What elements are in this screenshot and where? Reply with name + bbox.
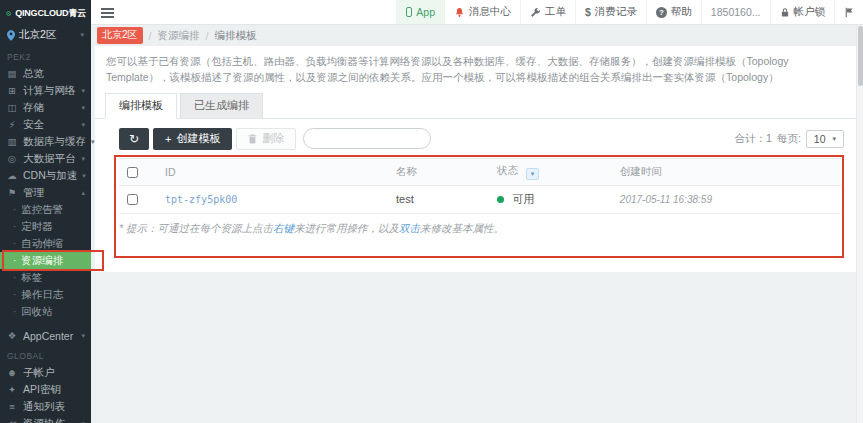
sidebar-item-monitoring-alerts[interactable]: 监控告警 [0, 201, 91, 218]
row-id-cell: tpt-zfy5pk00 [157, 185, 388, 213]
tab-orchestration-templates[interactable]: 编排模板 [105, 93, 177, 119]
sidebar-item-autoscaling[interactable]: 自动伸缩 [0, 235, 91, 252]
bell-icon [454, 7, 465, 18]
bullet-icon [13, 306, 16, 317]
chevron-down-icon [81, 104, 85, 112]
create-template-button[interactable]: 创建模板 [153, 128, 232, 150]
region-label: 北京2区 [19, 28, 56, 42]
topbar-item-label: 工单 [545, 5, 566, 19]
chevron-down-icon [81, 155, 85, 163]
bullet-icon [13, 204, 16, 215]
scrollbar-thumb[interactable] [858, 26, 863, 86]
page-size-value: 10 [814, 133, 826, 145]
table-row[interactable]: tpt-zfy5pk00 test 可用 2017-05-11 16:38:59 [119, 185, 841, 213]
topbar-item-label: 消费记录 [595, 5, 637, 19]
sidebar-item-operation-logs[interactable]: 操作日志 [0, 286, 91, 303]
sidebar-item-security[interactable]: 安全 [0, 116, 91, 133]
topbar-item-tickets[interactable]: 工单 [520, 0, 575, 24]
delete-button[interactable]: 删除 [236, 128, 296, 150]
dashboard-icon [6, 68, 18, 79]
logo-text: QINGCLOUD青云 [15, 7, 86, 20]
hamburger-menu-icon[interactable] [101, 12, 114, 14]
question-mark-icon: ? [656, 7, 667, 18]
right-click-link[interactable]: 右键 [273, 222, 294, 234]
sidebar: QINGCLOUD青云 北京2区 PEK2 总览 计算与网络 存储 安全 数据库… [0, 0, 91, 423]
trash-icon [248, 134, 257, 144]
topbar-item-billing[interactable]: 消费记录 [575, 0, 646, 24]
appcenter-icon [6, 330, 18, 341]
sidebar-item-resource-orchestration[interactable]: 资源编排 [0, 252, 91, 269]
status-header-label: 状态 [497, 164, 518, 176]
status-badge: 可用 [512, 193, 534, 205]
region-selector[interactable]: 北京2区 [0, 25, 91, 45]
database-icon [6, 136, 18, 147]
tip-text: * 提示：可通过在每个资源上点击右键来进行常用操作，以及双击来修改基本属性。 [119, 222, 841, 236]
sidebar-subitem-label: 标签 [21, 271, 42, 285]
status-filter-dropdown[interactable] [526, 168, 539, 180]
breadcrumb-separator: / [205, 30, 208, 42]
chevron-down-icon [81, 121, 85, 129]
select-all-checkbox[interactable] [127, 167, 138, 178]
sidebar-item-subaccounts[interactable]: 子帐户 [0, 364, 91, 381]
security-icon [6, 119, 18, 130]
location-pin-icon [7, 30, 15, 41]
sidebar-item-label: 通知列表 [23, 400, 65, 414]
bullet-icon [13, 272, 16, 283]
double-click-link[interactable]: 双击 [399, 222, 420, 234]
sidebar-item-resource-collaboration[interactable]: 资源协作 [0, 415, 91, 423]
sidebar-item-label: API密钥 [23, 383, 61, 397]
sidebar-item-notification-list[interactable]: 通知列表 [0, 398, 91, 415]
topbar-item-label: 消息中心 [469, 5, 511, 19]
refresh-icon [129, 132, 139, 146]
vertical-scrollbar[interactable] [856, 25, 863, 423]
sidebar-item-overview[interactable]: 总览 [0, 65, 91, 82]
sidebar-item-cdn[interactable]: CDN与加速 [0, 167, 91, 184]
sidebar-item-label: AppCenter [23, 330, 73, 342]
sidebar-item-timer[interactable]: 定时器 [0, 218, 91, 235]
topbar-item-flag[interactable] [834, 0, 863, 24]
sidebar-item-api-keys[interactable]: API密钥 [0, 381, 91, 398]
sidebar-item-database-cache[interactable]: 数据库与缓存 [0, 133, 91, 150]
sidebar-item-bigdata[interactable]: 大数据平台 [0, 150, 91, 167]
topbar-right: App 消息中心 工单 消费记录 ? 帮助 [396, 0, 863, 24]
table-region: ID 名称 状态 创建时间 [119, 158, 841, 254]
topbar-item-help[interactable]: ? 帮助 [646, 0, 701, 24]
sidebar-item-appcenter[interactable]: AppCenter [0, 327, 91, 344]
region-badge[interactable]: 北京2区 [97, 27, 143, 44]
breadcrumb-level1[interactable]: 资源编排 [157, 29, 199, 43]
create-template-label: 创建模板 [176, 131, 220, 146]
tab-generated-orchestrations[interactable]: 已生成编排 [180, 93, 263, 118]
topbar-item-account-lock[interactable]: 帐户锁 [770, 0, 835, 24]
main-area: App 消息中心 工单 消费记录 ? 帮助 [91, 0, 863, 423]
sidebar-item-label: 大数据平台 [23, 152, 76, 166]
app-logo[interactable]: QINGCLOUD青云 [0, 0, 91, 25]
refresh-button[interactable] [119, 128, 149, 150]
sidebar-item-storage[interactable]: 存储 [0, 99, 91, 116]
flag-icon [844, 7, 854, 18]
page-size-select[interactable]: 10 [806, 130, 844, 148]
bullet-icon [13, 221, 16, 232]
tip-segment: 来修改基本属性。 [420, 222, 504, 234]
breadcrumb: 北京2区 / 资源编排 / 编排模板 [91, 25, 863, 46]
sidebar-item-compute-network[interactable]: 计算与网络 [0, 82, 91, 99]
sidebar-item-recycle-bin[interactable]: 回收站 [0, 303, 91, 320]
template-id-link[interactable]: tpt-zfy5pk00 [165, 194, 237, 205]
sidebar-item-label: 子帐户 [23, 366, 55, 380]
chevron-down-icon [91, 138, 95, 146]
column-header-status: 状态 [489, 158, 612, 185]
global-section-label: GLOBAL [0, 344, 91, 364]
sidebar-item-tags[interactable]: 标签 [0, 269, 91, 286]
topbar-item-app[interactable]: App [396, 0, 444, 24]
notification-list-icon [6, 401, 18, 412]
search-input[interactable] [303, 128, 431, 149]
row-status-cell: 可用 [489, 185, 612, 213]
subaccount-icon [6, 367, 18, 378]
topbar-item-phone-number[interactable]: 1850160... [701, 0, 770, 24]
lock-icon [780, 7, 790, 18]
topbar-item-message-center[interactable]: 消息中心 [444, 0, 520, 24]
chevron-down-icon [81, 420, 85, 423]
sidebar-item-management[interactable]: 管理 [0, 184, 91, 201]
chevron-up-icon [81, 189, 85, 197]
row-checkbox[interactable] [127, 194, 138, 205]
compute-icon [6, 85, 18, 96]
